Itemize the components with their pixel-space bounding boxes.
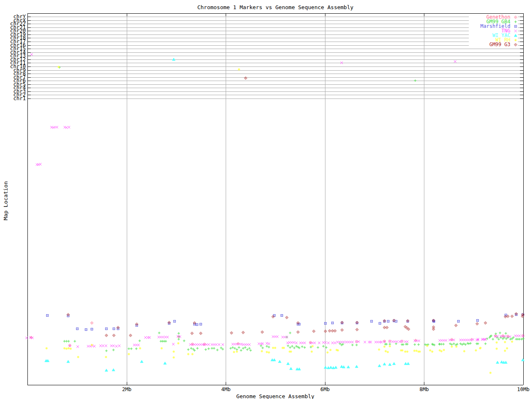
svg-text:8Mb: 8Mb bbox=[419, 386, 429, 392]
svg-text:6Mb: 6Mb bbox=[320, 386, 330, 392]
triangle-marker-icon bbox=[513, 33, 518, 38]
plot-area: chrYchrXchr22chr21chr20chr19chr18chr17ch… bbox=[0, 0, 532, 399]
svg-text:4Mb: 4Mb bbox=[221, 386, 231, 392]
plus-marker-icon bbox=[513, 20, 518, 24]
x-marker-icon bbox=[513, 29, 518, 33]
square-marker-icon bbox=[513, 24, 518, 29]
legend: Genethon GM99 GB4 Marshfield TNG WI YAC … bbox=[469, 15, 518, 47]
gm99-g3-diamond-icon bbox=[513, 42, 518, 47]
legend-item-gm99-g3: GM99 G3 bbox=[469, 42, 518, 47]
legend-item-wi-yac: WI YAC bbox=[469, 33, 518, 38]
figure-canvas: Chromosome 1 Markers vs Genome Sequence … bbox=[0, 0, 532, 399]
star-marker-icon bbox=[513, 38, 518, 42]
genethon-diamond-icon bbox=[513, 15, 518, 20]
svg-text:10Mb: 10Mb bbox=[517, 386, 530, 392]
svg-text:chr1: chr1 bbox=[13, 95, 26, 101]
legend-label: GM99 G3 bbox=[489, 42, 510, 47]
x-axis-title: Genome Sequence Assembly bbox=[27, 393, 523, 399]
legend-item-marshfield: Marshfield bbox=[469, 24, 518, 29]
svg-text:2Mb: 2Mb bbox=[122, 386, 132, 392]
